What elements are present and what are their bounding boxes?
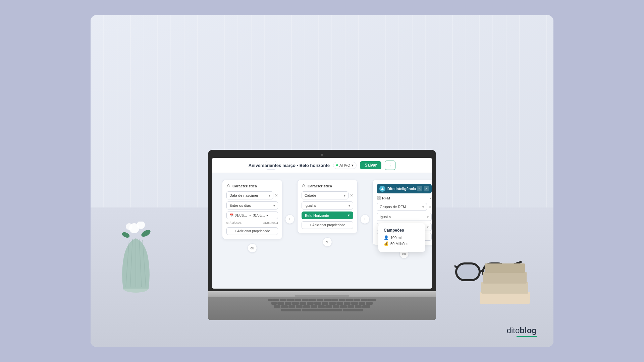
card2-field1-label: Cidade: [305, 193, 316, 197]
tooltip-value-1: 100 mil: [390, 236, 402, 240]
dito-text: dito: [507, 326, 520, 335]
card1-field1-row: Data de nascimer ▾ ✕: [226, 191, 278, 199]
laptop-screen-outer: ← Aniversariantes março • Belo horizonte…: [208, 150, 436, 291]
tooltip-title: Campeões: [384, 228, 420, 233]
card3-groups-select[interactable]: Grupos de RFM ▾: [377, 203, 427, 211]
card2-header: Característica: [302, 184, 353, 188]
person-icon: [302, 184, 306, 188]
users-icon: 👤: [384, 235, 388, 240]
card1-wrapper: Característica Data de nascimer ▾ ✕: [222, 180, 282, 253]
date-arrow: →: [248, 214, 252, 217]
filter-card-2: Característica Cidade ▾ ✕: [297, 180, 358, 233]
chevron-down-icon: ▾: [266, 214, 268, 217]
connector-label: +: [289, 217, 291, 221]
date-from-full: 01/03/2024: [226, 221, 241, 225]
svg-point-15: [126, 223, 132, 230]
dito-header-actions: ✎ ✕: [417, 186, 429, 191]
ditoblog-underline: [517, 336, 537, 337]
card2-field2-label: Igual a: [305, 203, 316, 207]
blog-text: blog: [520, 326, 537, 335]
chevron-down-icon: ▾: [422, 205, 424, 209]
card1-date-labels: 01/03/2024 31/03/2024: [226, 221, 278, 225]
status-label: ATIVO: [339, 163, 350, 167]
dito-header-left: Dito Inteligência: [379, 186, 416, 192]
card2-ou-connector: ou: [323, 237, 332, 247]
card2-field1-row: Cidade ▾ ✕: [302, 191, 353, 199]
card2-city-tag[interactable]: Belo Horizonte ▾: [302, 212, 353, 219]
card3-groups-row: Grupos de RFM ▾ ✕: [377, 203, 432, 211]
svg-rect-5: [377, 198, 378, 200]
svg-point-16: [140, 229, 152, 238]
filter-card-1: Característica Data de nascimer ▾ ✕: [222, 180, 282, 239]
svg-line-20: [454, 263, 456, 267]
dito-header: Dito Inteligência ✎ ✕: [377, 184, 432, 193]
svg-rect-22: [457, 264, 479, 279]
chevron-down-icon: ▾: [269, 194, 270, 197]
ou-label: ou: [250, 246, 254, 250]
card3-equal-select[interactable]: Igual a ▾: [377, 213, 432, 221]
card1-date-range[interactable]: 📅 01/03/... → 31/03/... ▾: [226, 212, 278, 219]
card2-add-property-button[interactable]: + Adicionar propriedade: [302, 221, 353, 229]
status-dot: [336, 164, 338, 166]
books-decoration: [476, 262, 533, 307]
laptop-keyboard: [208, 297, 436, 320]
svg-rect-3: [377, 196, 378, 198]
card1-delete-button[interactable]: ✕: [275, 193, 278, 198]
back-arrow-icon: ←: [269, 163, 273, 168]
equal-label: Igual a: [380, 215, 391, 219]
ou-label: ou: [402, 252, 406, 256]
laptop: ← Aniversariantes março • Belo horizonte…: [208, 150, 436, 320]
rfm-label: RFM: [382, 196, 429, 200]
page-title: Aniversariantes março • Belo horizonte: [249, 163, 330, 168]
laptop-camera: [321, 154, 323, 156]
svg-rect-25: [481, 282, 528, 294]
vase-decoration: [117, 222, 154, 300]
ou-label: ou: [325, 240, 329, 244]
status-badge[interactable]: ATIVO ▾: [333, 162, 357, 169]
date-to-full: 31/03/2024: [263, 221, 278, 225]
keyboard-rows: [208, 297, 436, 314]
chevron-down-icon: ▾: [344, 194, 345, 197]
dito-edit-button[interactable]: ✎: [417, 186, 422, 191]
chevron-down-icon: ▾: [273, 204, 275, 207]
status-chevron-icon: ▾: [352, 163, 354, 168]
svg-point-2: [382, 188, 383, 189]
ditoblog-watermark: ditoblog: [507, 326, 537, 337]
svg-rect-4: [379, 196, 380, 198]
card2-header-label: Característica: [308, 184, 332, 188]
svg-rect-24: [480, 292, 530, 304]
card1-field1-select[interactable]: Data de nascimer ▾: [226, 191, 273, 199]
money-icon: 💰: [384, 241, 388, 246]
app-ui: ← Aniversariantes março • Belo horizonte…: [212, 158, 432, 289]
groups-label: Grupos de RFM: [380, 205, 406, 209]
card1-header-label: Característica: [232, 184, 257, 188]
card2-field2-select[interactable]: Igual a ▾: [302, 201, 353, 209]
back-button[interactable]: ←: [266, 161, 276, 170]
card1-field2-select[interactable]: Entre os dias ▾: [226, 201, 278, 209]
svg-rect-6: [379, 198, 380, 200]
card1-header: Característica: [226, 184, 278, 188]
chevron-down-icon: ▾: [427, 225, 429, 229]
card2-delete-button[interactable]: ✕: [350, 193, 353, 198]
city-tag-label: Belo Horizonte: [305, 214, 329, 218]
champions-tooltip: Campeões 👤 100 mil 💰 50 Milhões: [378, 223, 425, 252]
svg-rect-27: [485, 263, 525, 273]
chevron-down-icon: ▾: [348, 204, 350, 207]
date-to: 31/03/...: [253, 214, 265, 217]
card3-delete-button[interactable]: ✕: [428, 204, 432, 209]
save-button[interactable]: Salvar: [360, 161, 381, 169]
card2-field1-select[interactable]: Cidade ▾: [302, 191, 348, 199]
grid-icon: [377, 196, 381, 200]
card1-field1-label: Data de nascimer: [229, 193, 258, 197]
connector-2-3: +: [360, 215, 370, 224]
tooltip-value-2: 50 Milhões: [390, 242, 408, 246]
rfm-row: RFM ▾: [377, 196, 432, 200]
more-options-button[interactable]: ⋮: [385, 161, 395, 170]
calendar-icon: 📅: [229, 214, 233, 217]
dito-close-button[interactable]: ✕: [424, 186, 429, 191]
tooltip-row-2: 💰 50 Milhões: [384, 241, 420, 246]
laptop-screen: ← Aniversariantes março • Belo horizonte…: [212, 158, 432, 289]
dito-title: Dito Inteligência: [387, 187, 416, 191]
card1-add-property-button[interactable]: + Adicionar propriedade: [226, 227, 278, 235]
chevron-down-icon: ▾: [427, 215, 429, 219]
